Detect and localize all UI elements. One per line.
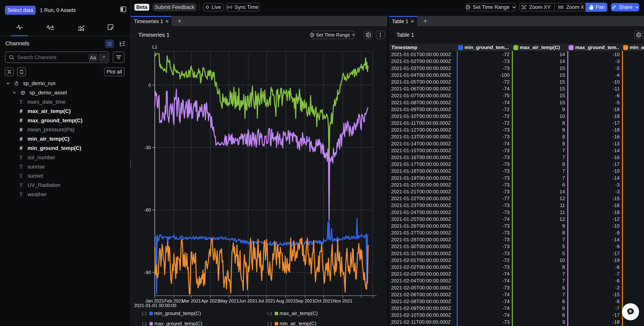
- svg-text:Jul 2021: Jul 2021: [258, 298, 275, 304]
- svg-text:Nov 2021: Nov 2021: [333, 298, 352, 304]
- svg-text:Mar 2021: Mar 2021: [182, 298, 201, 304]
- svg-text:0: 0: [148, 83, 151, 88]
- svg-text:Sep 2021: Sep 2021: [295, 298, 315, 304]
- svg-text:2021-01-01 00:00:00: 2021-01-01 00:00:00: [134, 303, 176, 308]
- svg-text:-60: -60: [144, 207, 151, 212]
- svg-text:Oct 2021: Oct 2021: [314, 298, 333, 304]
- svg-text:Apr 2021: Apr 2021: [201, 298, 220, 304]
- svg-text:L1: L1: [152, 44, 158, 49]
- svg-text:Jun 2021: Jun 2021: [239, 298, 258, 304]
- svg-text:-90: -90: [144, 270, 151, 275]
- svg-text:Jan 2021: Jan 2021: [146, 298, 164, 304]
- svg-text:-30: -30: [144, 145, 151, 150]
- svg-text:Feb 2021: Feb 2021: [164, 298, 184, 304]
- svg-text:May 2021: May 2021: [219, 298, 239, 304]
- svg-text:Aug 2021: Aug 2021: [276, 298, 296, 304]
